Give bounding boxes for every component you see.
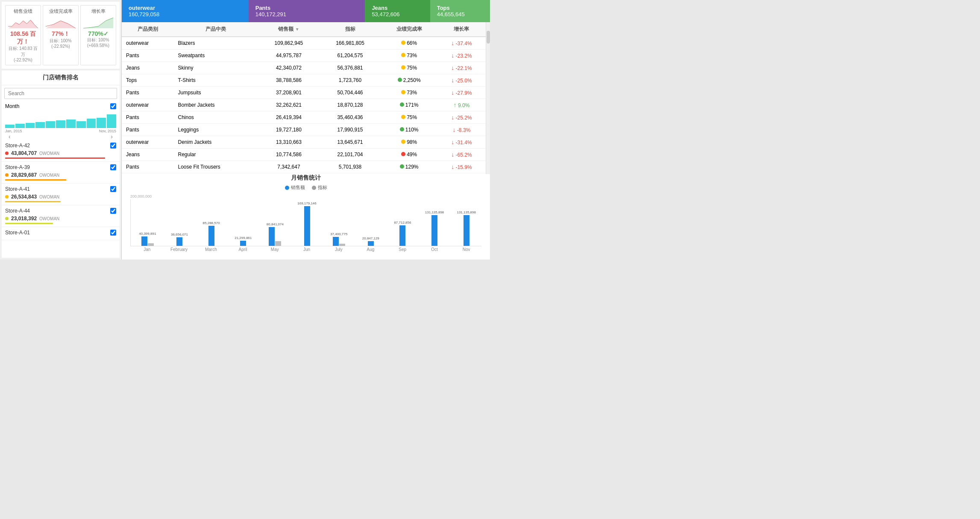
cell-completion: 129% bbox=[381, 161, 437, 173]
timeline-bar bbox=[107, 114, 116, 128]
growth-value: -31.4% bbox=[456, 140, 472, 146]
cell-target: 13,645,671 bbox=[320, 136, 381, 149]
cat-tab-outerwear[interactable]: outerwear 160,729,058 bbox=[122, 0, 249, 22]
legend-dot-sales bbox=[285, 186, 289, 190]
growth-value: -22.1% bbox=[456, 65, 472, 71]
cat-tab-value: 44,655,645 bbox=[437, 11, 483, 17]
status-dot bbox=[400, 127, 404, 131]
cat-tab-Pants[interactable]: Pants 140,172,291 bbox=[249, 0, 365, 22]
bar-group: 85,288,570 bbox=[196, 221, 226, 246]
timeline-bar bbox=[97, 118, 106, 128]
kpi-card-growth: 增长率 770%✓ 目标: 100% (+669.58%) bbox=[80, 5, 116, 65]
cell-category: Pants bbox=[122, 124, 173, 136]
cell-growth: ↓ -65.2% bbox=[437, 149, 486, 161]
bar-value-label: 21,299,861 bbox=[235, 236, 252, 240]
cell-completion: 66% bbox=[381, 37, 437, 50]
cell-sales: 32,262,621 bbox=[258, 99, 320, 111]
table-header-4[interactable]: 业绩完成率 bbox=[381, 22, 437, 37]
timeline-next-button[interactable]: › bbox=[111, 133, 113, 140]
table-header-3[interactable]: 指标 bbox=[320, 22, 381, 37]
store-checkbox[interactable] bbox=[110, 208, 116, 214]
cell-target: 17,990,915 bbox=[320, 124, 381, 136]
cell-subcategory: T-Shirts bbox=[173, 74, 258, 87]
store-name: Store-A-41 bbox=[5, 186, 30, 192]
monthly-chart-section: 月销售统计 销售额 指标 200,000,000 40,399,89136,65… bbox=[122, 174, 490, 260]
cell-subcategory: Blazers bbox=[173, 37, 258, 50]
table-header-2[interactable]: 销售额 ▼ bbox=[258, 22, 320, 37]
timeline-bar bbox=[66, 120, 76, 128]
status-dot bbox=[401, 115, 405, 119]
scrollbar-vertical[interactable] bbox=[486, 22, 490, 174]
kpi-title-growth: 增长率 bbox=[83, 8, 113, 15]
store-checkbox[interactable] bbox=[110, 186, 116, 192]
kpi-chart-completion bbox=[46, 16, 76, 29]
cell-growth: ↓ -8.3% bbox=[437, 124, 486, 136]
cell-growth: ↓ -25.0% bbox=[437, 74, 486, 87]
table-row: Pants Jumpsuits 37,208,901 50,704,446 73… bbox=[122, 87, 486, 99]
store-bar bbox=[5, 201, 61, 202]
bar-group: 20,847,129 bbox=[355, 236, 386, 246]
store-brand: OWOMAN bbox=[39, 216, 59, 221]
kpi-subtitle-completion: 目标: 100% (-22.92%) bbox=[46, 38, 76, 49]
bar-group: 37,400,775 bbox=[324, 232, 354, 246]
cell-target: 22,101,704 bbox=[320, 149, 381, 161]
kpi-chart-growth bbox=[83, 16, 113, 29]
category-header: outerwear 160,729,058 Pants 140,172,291 … bbox=[122, 0, 490, 22]
cell-growth: ↓ -27.9% bbox=[437, 87, 486, 99]
growth-value: -25.0% bbox=[456, 78, 472, 84]
search-box[interactable] bbox=[2, 85, 120, 102]
cell-growth: ↓ -25.2% bbox=[437, 111, 486, 124]
bar-group: 36,656,071 bbox=[164, 233, 195, 246]
store-checkbox[interactable] bbox=[110, 230, 116, 236]
table-body: outerwear Blazers 109,862,945 166,981,80… bbox=[122, 37, 486, 173]
timeline-prev-button[interactable]: ‹ bbox=[9, 133, 11, 140]
store-checkbox[interactable] bbox=[110, 143, 116, 149]
table-header-1[interactable]: 产品中类 bbox=[173, 22, 258, 37]
legend-sales: 销售额 bbox=[285, 184, 305, 191]
cell-growth: ↓ -15.9% bbox=[437, 161, 486, 173]
table-row: Pants Chinos 26,419,394 35,460,436 75% ↓… bbox=[122, 111, 486, 124]
store-checkbox[interactable] bbox=[110, 164, 116, 170]
x-label: Jan bbox=[132, 247, 162, 252]
search-input[interactable] bbox=[4, 88, 117, 99]
cell-completion: 73% bbox=[381, 87, 437, 99]
y-axis-labels: 200,000,000 bbox=[130, 194, 481, 198]
growth-value: 9.0% bbox=[458, 102, 469, 108]
growth-value: -8.3% bbox=[457, 127, 470, 133]
cell-completion: 49% bbox=[381, 149, 437, 161]
cell-subcategory: Jumpsuits bbox=[173, 87, 258, 99]
scrollbar-thumb bbox=[487, 31, 490, 44]
x-label: May bbox=[260, 247, 290, 252]
bar-group: 169,179,146 bbox=[292, 201, 322, 246]
table-header-5[interactable]: 增长率 bbox=[437, 22, 486, 37]
table-row: Pants Loose Fit Trousers 7,342,647 5,701… bbox=[122, 161, 486, 173]
bar-value-label: 36,656,071 bbox=[171, 233, 188, 236]
cat-tab-name: Tops bbox=[437, 5, 483, 11]
store-brand: OWOMAN bbox=[39, 173, 59, 178]
store-dot bbox=[5, 217, 9, 220]
cat-tab-Tops[interactable]: Tops 44,655,645 bbox=[430, 0, 490, 22]
growth-arrow: ↓ bbox=[451, 52, 454, 59]
bar-value-label: 131,135,898 bbox=[425, 210, 444, 214]
table-wrapper[interactable]: 产品类别产品中类销售额 ▼指标业绩完成率增长率 outerwear Blazer… bbox=[122, 22, 486, 174]
timeline-end: Nov, 2015 bbox=[99, 129, 116, 133]
cell-target: 166,981,805 bbox=[320, 37, 381, 50]
x-label: Jun bbox=[292, 247, 322, 252]
bar-value-label: 40,399,891 bbox=[139, 232, 156, 236]
store-brand: OWOMAN bbox=[39, 151, 59, 156]
cell-target: 1,723,760 bbox=[320, 74, 381, 87]
cat-tab-Jeans[interactable]: Jeans 53,472,606 bbox=[365, 0, 430, 22]
month-label: Month bbox=[5, 103, 19, 109]
cell-target: 56,376,881 bbox=[320, 62, 381, 74]
cat-tab-name: Jeans bbox=[372, 5, 423, 11]
bar-group: 131,135,898 bbox=[451, 210, 481, 246]
growth-arrow: ↓ bbox=[453, 126, 456, 133]
month-checkbox[interactable] bbox=[110, 103, 116, 109]
cell-growth: ↓ -23.2% bbox=[437, 50, 486, 62]
cell-target: 35,460,436 bbox=[320, 111, 381, 124]
cat-tab-value: 140,172,291 bbox=[255, 11, 358, 17]
left-panel: 销售业绩 108.56 百万！ 目标: 140.83 百万 (-22.92%) … bbox=[0, 0, 122, 260]
table-header-0[interactable]: 产品类别 bbox=[122, 22, 173, 37]
store-bar bbox=[5, 223, 53, 224]
y-label: 200,000,000 bbox=[130, 194, 152, 198]
